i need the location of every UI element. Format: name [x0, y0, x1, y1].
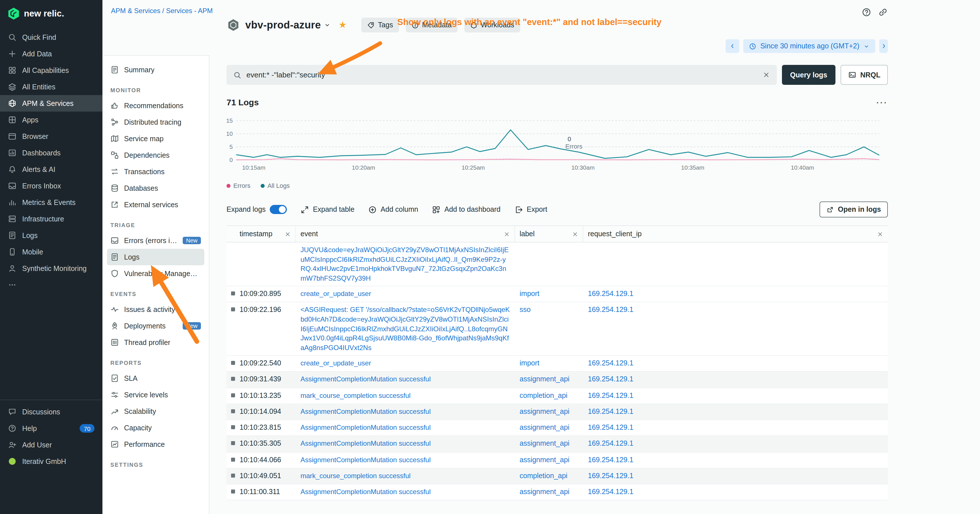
open-in-logs-button[interactable]: Open in logs	[820, 202, 888, 218]
expand-row-icon[interactable]	[231, 308, 235, 312]
expand-row-icon[interactable]	[231, 377, 235, 381]
log-row[interactable]: 10:10:35.305AssignmentCompletionMutation…	[226, 436, 888, 452]
log-event-link[interactable]: <ASGIRequest: GET '/sso/callback/?state=…	[301, 306, 510, 352]
sidebar-item-mobile[interactable]: Mobile	[0, 243, 102, 260]
legend-errors[interactable]: Errors	[226, 182, 250, 189]
log-ip-link[interactable]: 169.254.129.1	[588, 440, 633, 448]
app-sidebar-item-performance[interactable]: Performance	[107, 436, 204, 452]
log-row[interactable]: 10:09:22.196<ASGIRequest: GET '/sso/call…	[226, 302, 888, 356]
log-row[interactable]: 10:10:23.815AssignmentCompletionMutation…	[226, 420, 888, 436]
log-label-link[interactable]: import	[520, 290, 539, 298]
log-event-link[interactable]: AssignmentCompletionMutation successful	[301, 488, 431, 496]
expand-row-icon[interactable]	[231, 291, 235, 295]
entity-picker-chevron-icon[interactable]	[324, 22, 331, 29]
app-sidebar-item-transactions[interactable]: Transactions	[107, 163, 204, 180]
sidebar-item-browser[interactable]: Browser	[0, 128, 102, 145]
add-to-dashboard-button[interactable]: Add to dashboard	[432, 205, 501, 214]
column-header-request-client-ip[interactable]: request_client_ip	[583, 226, 888, 242]
log-ip-link[interactable]: 169.254.129.1	[588, 359, 633, 367]
log-row[interactable]: 10:10:49.051mark_course_completion succe…	[226, 468, 888, 485]
remove-column-icon[interactable]	[572, 231, 578, 237]
expand-logs-toggle[interactable]	[270, 205, 287, 214]
sidebar-item-all-entities[interactable]: All Entities	[0, 78, 102, 95]
column-header-timestamp[interactable]: timestamp	[226, 226, 296, 242]
sidebar-item-alerts-ai[interactable]: Alerts & AI	[0, 161, 102, 178]
log-row[interactable]: 10:10:44.066AssignmentCompletionMutation…	[226, 452, 888, 468]
expand-row-icon[interactable]	[231, 474, 235, 477]
query-text[interactable]: event:* -"label":"security"	[247, 71, 328, 79]
log-row[interactable]: 10:10:13.235mark_course_completion succe…	[226, 388, 888, 404]
app-sidebar-item-service-levels[interactable]: Service levels	[107, 387, 204, 403]
sidebar-item-logs[interactable]: Logs	[0, 227, 102, 243]
app-sidebar-item-external-services[interactable]: External services	[107, 196, 204, 213]
more-options-icon[interactable]: ···	[877, 98, 888, 107]
app-sidebar-item-deployments[interactable]: DeploymentsNew	[107, 318, 204, 334]
column-header-event[interactable]: event	[296, 226, 515, 242]
sidebar-item-apps[interactable]: Apps	[0, 111, 102, 128]
log-label-link[interactable]: completion_api	[520, 472, 567, 480]
brand[interactable]: new relic.	[0, 0, 102, 29]
log-ip-link[interactable]: 169.254.129.1	[588, 306, 633, 314]
log-event-link[interactable]: AssignmentCompletionMutation successful	[301, 423, 431, 431]
log-row[interactable]: 10:09:31.439AssignmentCompletionMutation…	[226, 372, 888, 388]
app-sidebar-item-summary[interactable]: Summary	[107, 62, 204, 78]
log-label-link[interactable]: assignment_api	[520, 376, 570, 384]
log-ip-link[interactable]: 169.254.129.1	[588, 407, 633, 415]
time-forward-button[interactable]	[879, 39, 888, 53]
expand-table-button[interactable]: Expand table	[301, 205, 355, 214]
log-event-link[interactable]: mark_course_completion successful	[301, 391, 410, 399]
log-label-link[interactable]: assignment_api	[520, 407, 570, 415]
log-event-link[interactable]: AssignmentCompletionMutation successful	[301, 456, 431, 464]
sidebar-item-apm-services[interactable]: APM & Services	[0, 95, 102, 111]
log-row[interactable]: 10:11:00.311AssignmentCompletionMutation…	[226, 484, 888, 501]
app-sidebar-item-recommendations[interactable]: Recommendations	[107, 97, 204, 114]
sidebar-item-dashboards[interactable]: Dashboards	[0, 145, 102, 161]
sidebar-item-all-capabilities[interactable]: All Capabilities	[0, 62, 102, 78]
sidebar-item-infrastructure[interactable]: Infrastructure	[0, 211, 102, 227]
log-row[interactable]: 10:09:20.895create_or_update_userimport1…	[226, 286, 888, 302]
log-ip-link[interactable]: 169.254.129.1	[588, 488, 633, 496]
sidebar-item-quick-find[interactable]: Quick Find	[0, 29, 102, 46]
help-icon[interactable]	[862, 7, 871, 17]
nrql-button[interactable]: NRQL	[840, 65, 888, 85]
expand-row-icon[interactable]	[231, 441, 235, 446]
app-sidebar-item-thread-profiler[interactable]: Thread profiler	[107, 334, 204, 351]
log-label-link[interactable]: completion_api	[520, 391, 567, 399]
log-ip-link[interactable]: 169.254.129.1	[588, 391, 633, 399]
expand-row-icon[interactable]	[231, 457, 235, 461]
app-sidebar-item-service-map[interactable]: Service map	[107, 130, 204, 147]
log-event-link[interactable]: AssignmentCompletionMutation successful	[301, 440, 431, 448]
log-ip-link[interactable]: 169.254.129.1	[588, 290, 633, 298]
remove-column-icon[interactable]	[877, 231, 883, 237]
log-ip-link[interactable]: 169.254.129.1	[588, 376, 633, 384]
app-sidebar-item-databases[interactable]: Databases	[107, 180, 204, 196]
app-sidebar-item-sla[interactable]: SLA	[107, 370, 204, 387]
log-event-link[interactable]: JUQVU&code=eyJraWQiOiJjcGltY29yZV8wOTl1M…	[301, 246, 509, 282]
time-range-button[interactable]: Since 30 minutes ago (GMT+2)	[743, 39, 875, 53]
favorite-star-icon[interactable]: ★	[339, 21, 347, 30]
remove-column-icon[interactable]	[504, 231, 510, 237]
remove-column-icon[interactable]	[285, 231, 291, 237]
app-sidebar-item-distributed-tracing[interactable]: Distributed tracing	[107, 114, 204, 130]
log-event-link[interactable]: AssignmentCompletionMutation successful	[301, 407, 431, 415]
time-back-button[interactable]	[725, 39, 739, 53]
log-label-link[interactable]: import	[520, 359, 539, 367]
sidebar-item-metrics-events[interactable]: Metrics & Events	[0, 194, 102, 211]
expand-row-icon[interactable]	[231, 409, 235, 413]
log-event-link[interactable]: AssignmentCompletionMutation successful	[301, 376, 431, 384]
log-ip-link[interactable]: 169.254.129.1	[588, 423, 633, 431]
app-sidebar-item-dependencies[interactable]: Dependencies	[107, 147, 204, 163]
app-sidebar-item-vulnerability-management[interactable]: Vulnerability Management	[107, 265, 204, 282]
sidebar-item-add-data[interactable]: Add Data	[0, 46, 102, 62]
add-column-button[interactable]: Add column	[368, 205, 418, 214]
log-label-link[interactable]: assignment_api	[520, 423, 570, 431]
app-sidebar-item-capacity[interactable]: Capacity	[107, 420, 204, 436]
permalink-icon[interactable]	[878, 7, 888, 17]
sidebar-item-iterativ-gmbh[interactable]: Iterativ GmbH	[0, 453, 102, 469]
column-header-label[interactable]: label	[515, 226, 583, 242]
sidebar-item-errors-inbox[interactable]: Errors Inbox	[0, 178, 102, 194]
log-event-link[interactable]: mark_course_completion successful	[301, 472, 410, 480]
log-ip-link[interactable]: 169.254.129.1	[588, 456, 633, 464]
expand-row-icon[interactable]	[231, 425, 235, 429]
log-label-link[interactable]: assignment_api	[520, 456, 570, 464]
